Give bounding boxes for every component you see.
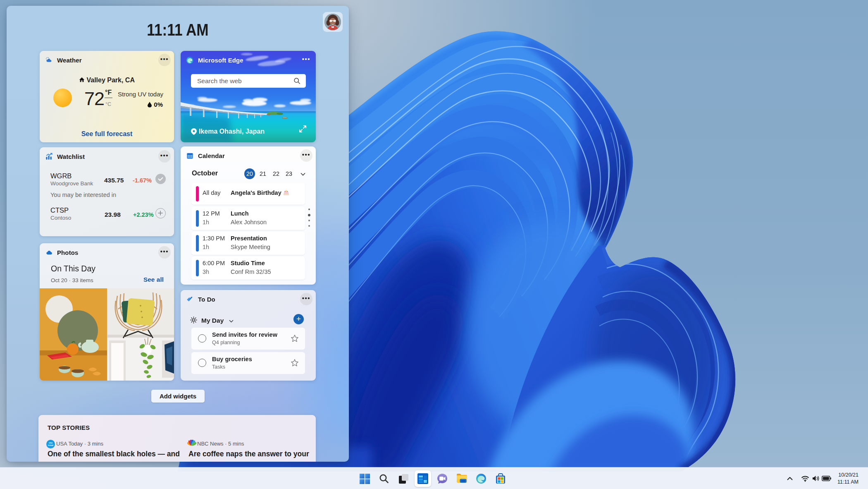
svg-text:USA: USA — [49, 442, 52, 444]
svg-text:TODAY: TODAY — [48, 444, 53, 446]
